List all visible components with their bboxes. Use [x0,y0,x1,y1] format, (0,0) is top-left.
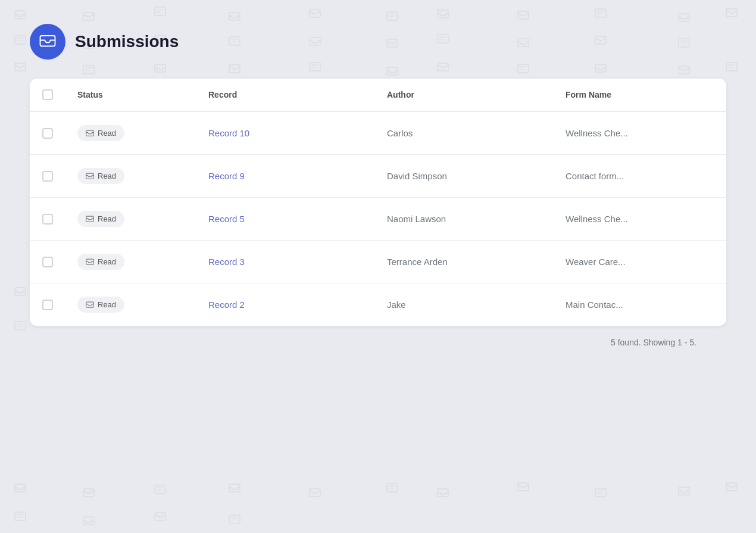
row-checkbox-0[interactable] [42,128,53,139]
header-form-name: Form Name [554,79,726,111]
row-checkbox-cell[interactable] [30,111,65,155]
record-link[interactable]: Record 3 [208,257,245,267]
row-form-name-2: Wellness Che... [554,198,726,241]
page-title: Submissions [75,32,179,51]
status-badge: Read [77,211,124,227]
record-link[interactable]: Record 5 [208,214,245,224]
row-checkbox-2[interactable] [42,214,53,225]
row-status-2: Read [65,198,196,241]
header-author: Author [375,79,554,111]
row-form-name-1: Contact form... [554,155,726,198]
row-checkbox-cell[interactable] [30,283,65,326]
row-author-2: Naomi Lawson [375,198,554,241]
row-author-1: David Simpson [375,155,554,198]
pagination-text: 5 found. Showing 1 - 5. [611,338,696,347]
row-form-name-4: Main Contac... [554,283,726,326]
svg-rect-5 [86,130,94,136]
submissions-icon [39,33,57,51]
select-all-checkbox[interactable] [42,89,53,100]
read-icon [86,301,94,309]
header-record: Record [196,79,375,111]
read-icon [86,129,94,138]
row-status-3: Read [65,241,196,283]
table-row: Read Record 10 Carlos Wellness Che... [30,111,726,155]
table-row: Read Record 3 Terrance Arden Weaver Care… [30,241,726,283]
row-author-0: Carlos [375,111,554,155]
table-row: Read Record 2 Jake Main Contac... [30,283,726,326]
record-link[interactable]: Record 10 [208,128,249,138]
row-status-0: Read [65,111,196,155]
table-row: Read Record 9 David Simpson Contact form… [30,155,726,198]
row-checkbox-3[interactable] [42,257,53,267]
row-record-1[interactable]: Record 9 [196,155,375,198]
status-badge: Read [77,168,124,184]
record-link[interactable]: Record 2 [208,300,245,310]
header-status: Status [65,79,196,111]
row-author-3: Terrance Arden [375,241,554,283]
submissions-table-container: Status Record Author Form Name Read [30,79,726,326]
row-status-4: Read [65,283,196,326]
read-icon [86,215,94,223]
row-form-name-3: Weaver Care... [554,241,726,283]
table-header-row: Status Record Author Form Name [30,79,726,111]
row-record-2[interactable]: Record 5 [196,198,375,241]
row-record-4[interactable]: Record 2 [196,283,375,326]
row-checkbox-cell[interactable] [30,198,65,241]
row-checkbox-4[interactable] [42,300,53,310]
status-badge: Read [77,254,124,270]
read-icon [86,258,94,266]
page-header: Submissions [30,24,726,60]
row-author-4: Jake [375,283,554,326]
row-checkbox-cell[interactable] [30,241,65,283]
header-logo [30,24,65,60]
status-badge: Read [77,297,124,313]
pagination-info: 5 found. Showing 1 - 5. [30,326,726,359]
row-record-0[interactable]: Record 10 [196,111,375,155]
header-checkbox-cell[interactable] [30,79,65,111]
row-checkbox-1[interactable] [42,171,53,182]
row-checkbox-cell[interactable] [30,155,65,198]
table-row: Read Record 5 Naomi Lawson Wellness Che.… [30,198,726,241]
row-status-1: Read [65,155,196,198]
record-link[interactable]: Record 9 [208,171,245,181]
svg-rect-6 [86,173,94,179]
svg-rect-7 [86,216,94,222]
row-record-3[interactable]: Record 3 [196,241,375,283]
submissions-table: Status Record Author Form Name Read [30,79,726,326]
status-badge: Read [77,125,124,141]
read-icon [86,172,94,180]
svg-rect-9 [86,302,94,307]
row-form-name-0: Wellness Che... [554,111,726,155]
svg-rect-8 [86,259,94,264]
